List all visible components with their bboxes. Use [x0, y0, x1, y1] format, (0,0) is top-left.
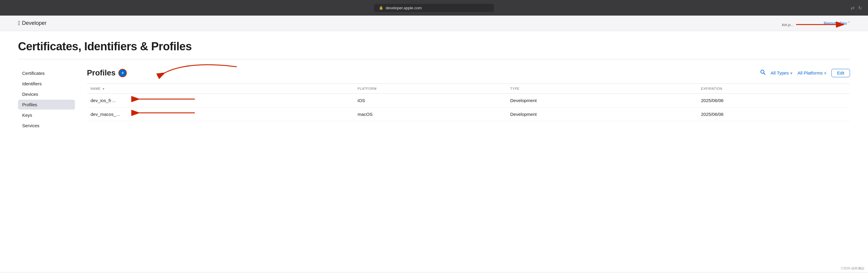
- edit-button[interactable]: Edit: [831, 69, 850, 77]
- remote-dev-link[interactable]: Remote Dev ˅: [824, 21, 850, 26]
- sidebar-link-keys[interactable]: Keys: [18, 110, 75, 120]
- profiles-title: Profiles: [87, 68, 115, 77]
- cell-type-1: Development: [506, 107, 698, 121]
- cell-platform-0: iOS: [354, 94, 506, 107]
- page-title-section: Certificates, Identifiers & Profiles: [18, 31, 850, 59]
- url-text: developer.apple.com: [386, 6, 422, 10]
- svg-line-4: [764, 73, 765, 74]
- column-header-type: TYPE: [506, 84, 698, 94]
- profiles-header: Profiles +: [87, 68, 850, 77]
- developer-label: Developer: [22, 20, 46, 26]
- sidebar-link-certificates[interactable]: Certificates: [18, 68, 75, 78]
- sidebar-item-profiles[interactable]: Profiles: [18, 100, 75, 109]
- all-platforms-dropdown[interactable]: All Platforms ∨: [798, 70, 827, 75]
- cell-platform-1: macOS: [354, 107, 506, 121]
- arrow-annotation-row2: [135, 107, 201, 120]
- table-row[interactable]: dev_ios_fr…: [87, 94, 850, 107]
- sidebar-item-services[interactable]: Services: [18, 121, 75, 131]
- svg-point-3: [761, 70, 764, 73]
- sidebar-link-profiles[interactable]: Profiles: [18, 100, 75, 109]
- sidebar-nav: Certificates Identifiers Devices Profile…: [18, 68, 75, 131]
- arrow-annotation-row1: [135, 94, 201, 107]
- main-content: Profiles +: [84, 68, 850, 131]
- sort-icon: ▾: [103, 87, 104, 91]
- translate-icon: ⇄: [850, 5, 855, 11]
- cell-expiration-0: 2025/06/06: [698, 94, 850, 107]
- apple-logo-icon: : [18, 20, 20, 27]
- plus-icon: +: [121, 70, 124, 76]
- cell-name-1: dev_macos_…: [87, 107, 354, 121]
- browser-icons: ⇄ ↻: [850, 5, 862, 11]
- browser-chrome: 🔒 developer.apple.com ⇄ ↻: [0, 0, 868, 15]
- cell-name-0: dev_ios_fr…: [87, 94, 354, 107]
- cell-expiration-1: 2025/06/06: [698, 107, 850, 121]
- profiles-title-area: Profiles +: [87, 68, 127, 77]
- column-header-expiration: EXPIRATION: [698, 84, 850, 94]
- column-header-name: NAME ▾: [87, 84, 354, 94]
- all-types-dropdown[interactable]: All Types ∨: [771, 70, 793, 75]
- sidebar-item-identifiers[interactable]: Identifiers: [18, 79, 75, 89]
- address-bar[interactable]: 🔒 developer.apple.com: [374, 4, 494, 12]
- csdn-watermark: CSDN @杯澜起: [841, 266, 864, 271]
- apple-logo-area:  Developer: [18, 20, 46, 27]
- search-icon[interactable]: [760, 69, 766, 77]
- lock-icon: 🔒: [379, 6, 383, 10]
- add-profile-button[interactable]: +: [118, 69, 127, 77]
- sidebar-item-keys[interactable]: Keys: [18, 110, 75, 120]
- sidebar-item-devices[interactable]: Devices: [18, 89, 75, 99]
- main-layout: Certificates Identifiers Devices Profile…: [18, 59, 850, 131]
- chevron-down-icon: ˅: [848, 21, 850, 25]
- sidebar-link-services[interactable]: Services: [18, 121, 75, 131]
- table-header-row: NAME ▾ PLATFORM TYPE EXPIRATION: [87, 84, 850, 94]
- filter-controls: All Types ∨ All Platforms ∨ Edit: [760, 69, 850, 77]
- table-row[interactable]: dev_macos_…: [87, 107, 850, 121]
- profiles-table: NAME ▾ PLATFORM TYPE EXPIRATION: [87, 83, 850, 121]
- refresh-icon[interactable]: ↻: [858, 5, 862, 11]
- sidebar: Certificates Identifiers Devices Profile…: [18, 68, 84, 131]
- all-types-chevron-icon: ∨: [790, 71, 793, 75]
- cell-type-0: Development: [506, 94, 698, 107]
- app-header:  Developer kor.p... Remote Dev ˅: [0, 15, 868, 31]
- page-content: Certificates, Identifiers & Profiles Cer…: [0, 31, 868, 272]
- arrow-annotation-add: [159, 64, 243, 83]
- sidebar-link-devices[interactable]: Devices: [18, 89, 75, 99]
- all-platforms-chevron-icon: ∨: [824, 71, 827, 75]
- sidebar-link-identifiers[interactable]: Identifiers: [18, 79, 75, 89]
- sidebar-item-certificates[interactable]: Certificates: [18, 68, 75, 78]
- column-header-platform: PLATFORM: [354, 84, 506, 94]
- page-title: Certificates, Identifiers & Profiles: [18, 40, 850, 53]
